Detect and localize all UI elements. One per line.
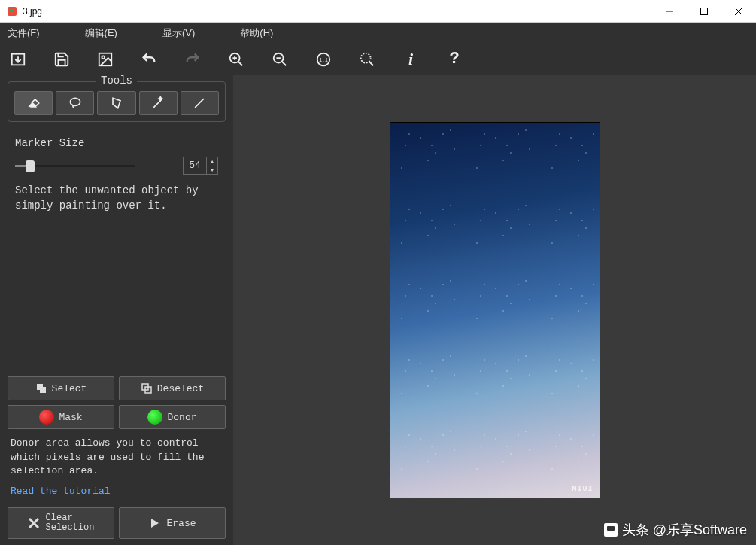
- deselect-button[interactable]: Deselect: [119, 376, 226, 400]
- image-badge: MIUI: [572, 485, 593, 493]
- watermark: 头条 @乐享Software: [604, 521, 747, 539]
- help-icon[interactable]: ?: [444, 49, 465, 70]
- svg-line-21: [196, 99, 205, 108]
- tools-label: Tools: [96, 75, 137, 87]
- tool-wand[interactable]: [139, 91, 178, 115]
- watermark-text: 头条 @乐享Software: [622, 521, 747, 539]
- tools-box: Tools: [8, 81, 226, 122]
- close-button[interactable]: [721, 0, 756, 23]
- info-icon[interactable]: i: [400, 49, 421, 70]
- svg-point-18: [361, 53, 371, 62]
- image-preview[interactable]: MIUI: [390, 122, 600, 498]
- watermark-icon: [604, 523, 618, 537]
- titlebar: 3.jpg: [0, 0, 756, 23]
- image-icon[interactable]: [95, 49, 116, 70]
- toolbar: 1:1 i ?: [0, 44, 756, 75]
- minimize-button[interactable]: [652, 0, 687, 23]
- select-icon: [35, 382, 47, 394]
- donor-color-icon: [147, 410, 162, 425]
- svg-rect-3: [701, 8, 708, 14]
- svg-rect-23: [40, 387, 46, 393]
- zoom-fit-icon[interactable]: [357, 49, 378, 70]
- donor-label: Donor: [167, 412, 196, 423]
- menu-file[interactable]: 文件(F): [8, 26, 40, 40]
- sidebar: Tools Marker Size 54 ▲▼ Select th: [0, 75, 233, 545]
- clear-icon: [28, 517, 40, 529]
- zoom-out-icon[interactable]: [269, 49, 290, 70]
- canvas-area[interactable]: MIUI: [233, 75, 756, 545]
- app-icon: [6, 5, 18, 17]
- erase-button[interactable]: Erase: [119, 507, 226, 539]
- menu-help[interactable]: 帮助(H): [240, 26, 273, 40]
- tool-line[interactable]: [181, 91, 219, 115]
- marker-size-spinner[interactable]: 54 ▲▼: [183, 157, 218, 175]
- erase-label: Erase: [166, 518, 196, 529]
- open-icon[interactable]: [8, 49, 29, 70]
- deselect-icon: [141, 382, 153, 394]
- save-icon[interactable]: [51, 49, 72, 70]
- mask-button[interactable]: Mask: [8, 405, 114, 429]
- window-title: 3.jpg: [23, 6, 652, 17]
- svg-line-19: [369, 61, 374, 65]
- zoom-in-icon[interactable]: [226, 49, 247, 70]
- tool-eraser[interactable]: [14, 91, 53, 115]
- tool-lasso[interactable]: [56, 91, 94, 115]
- svg-point-8: [102, 56, 105, 59]
- svg-rect-1: [10, 9, 13, 12]
- clear-selection-button[interactable]: ClearSelection: [8, 507, 114, 539]
- mask-color-icon: [39, 410, 54, 425]
- menu-view[interactable]: 显示(V): [162, 26, 195, 40]
- svg-line-10: [238, 61, 243, 65]
- window-controls: [652, 0, 756, 23]
- select-button[interactable]: Select: [8, 376, 114, 400]
- maximize-button[interactable]: [687, 0, 721, 23]
- zoom-100-icon[interactable]: 1:1: [313, 49, 334, 70]
- play-icon: [148, 517, 160, 529]
- select-label: Select: [52, 383, 87, 394]
- marker-size-section: Marker Size 54 ▲▼: [8, 137, 226, 175]
- marker-help-text: Select the unwanted object by simply pai…: [8, 184, 226, 213]
- svg-point-20: [70, 98, 80, 105]
- svg-line-14: [282, 61, 287, 65]
- svg-text:1:1: 1:1: [319, 57, 328, 62]
- spinner-down[interactable]: ▼: [207, 166, 217, 174]
- donor-button[interactable]: Donor: [119, 405, 226, 429]
- marker-size-slider[interactable]: [15, 165, 175, 167]
- clear-label-2: Selection: [46, 523, 95, 533]
- menu-edit[interactable]: 编辑(E): [85, 26, 117, 40]
- redo-icon: [182, 49, 203, 70]
- tool-polygon[interactable]: [97, 91, 135, 115]
- donor-help-text: Donor area allows you to control which p…: [8, 434, 226, 481]
- marker-size-value[interactable]: 54: [184, 157, 206, 174]
- deselect-label: Deselect: [157, 383, 204, 394]
- menubar: 文件(F) 编辑(E) 显示(V) 帮助(H): [0, 23, 756, 44]
- spinner-up[interactable]: ▲: [207, 157, 217, 166]
- undo-icon[interactable]: [138, 49, 159, 70]
- tutorial-link[interactable]: Read the tutorial: [8, 486, 226, 497]
- mask-label: Mask: [59, 412, 82, 423]
- marker-size-label: Marker Size: [15, 137, 218, 149]
